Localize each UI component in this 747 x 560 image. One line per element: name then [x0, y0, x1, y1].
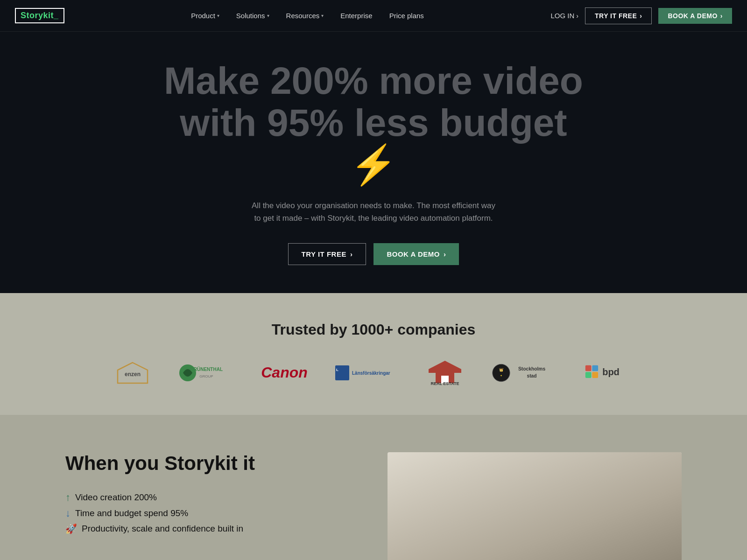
svg-text:bpd: bpd: [602, 367, 620, 377]
nav-links: Product ▾ Solutions ▾ Resources ▾ Enterp…: [191, 12, 424, 20]
storykit-right: [388, 452, 682, 560]
hero-headline-line2: with 95% less budget: [180, 101, 567, 144]
arrow-up-icon: ↑: [65, 491, 70, 504]
svg-text:GRÜNENTHAL: GRÜNENTHAL: [190, 366, 223, 372]
hero-book-demo-button[interactable]: BOOK A DEMO ›: [374, 243, 459, 265]
svg-point-13: [493, 364, 510, 382]
svg-text:👑: 👑: [499, 368, 504, 372]
nav-right: LOG IN › TRY IT FREE › BOOK A DEMO ›: [550, 7, 732, 24]
logo-grunenthal: GRÜNENTHAL GROUP: [174, 361, 234, 385]
book-demo-button[interactable]: BOOK A DEMO ›: [658, 8, 732, 24]
storykit-wrapper: When you Storykit it ↑ Video creation 20…: [0, 415, 747, 560]
arrow-down-icon: ↓: [65, 507, 70, 519]
chevron-down-icon: ▾: [267, 13, 269, 18]
svg-text:stad: stad: [527, 373, 536, 378]
logo-era: REAL ESTATE: [424, 359, 466, 387]
svg-marker-9: [429, 361, 461, 373]
svg-text:✦: ✦: [500, 374, 502, 377]
svg-rect-19: [592, 365, 598, 371]
stat-label-budget: Time and budget spend 95%: [75, 508, 188, 518]
image-inner: [388, 452, 682, 560]
nav-link-enterprise[interactable]: Enterprise: [340, 12, 372, 20]
nav-item-price-plans[interactable]: Price plans: [389, 12, 424, 20]
svg-text:Stockholms: Stockholms: [518, 366, 546, 371]
svg-text:Länsförsäkringar: Länsförsäkringar: [352, 371, 390, 376]
storykit-left: When you Storykit it ↑ Video creation 20…: [65, 452, 359, 534]
hero-headline-line1: Make 200% more video: [164, 59, 583, 102]
chevron-right-icon: ›: [444, 250, 446, 258]
logo-canon: Canon: [259, 364, 310, 382]
chevron-down-icon: ▾: [321, 13, 324, 18]
trusted-title: Trusted by 1000+ companies: [272, 321, 476, 338]
nav-item-product[interactable]: Product ▾: [191, 12, 219, 20]
nav-link-price-plans[interactable]: Price plans: [389, 12, 424, 20]
chevron-down-icon: ▾: [217, 13, 219, 18]
storykit-title: When you Storykit it: [65, 452, 359, 475]
rocket-icon: 🚀: [65, 523, 77, 534]
logos-row: enzen GRÜNENTHAL GROUP Canon: [19, 359, 728, 387]
chevron-right-icon: ›: [640, 12, 642, 20]
logo-bpd: bpd: [585, 363, 631, 383]
chevron-right-icon: ›: [350, 250, 353, 258]
chevron-right-icon: ›: [576, 12, 578, 20]
stat-item-budget: ↓ Time and budget spend 95%: [65, 507, 359, 519]
logo-stockholm: 👑 ✦ Stockholms stad: [490, 361, 560, 385]
svg-text:REAL ESTATE: REAL ESTATE: [430, 381, 459, 386]
nav-link-solutions[interactable]: Solutions ▾: [236, 12, 269, 20]
svg-rect-18: [585, 365, 592, 371]
hero-headline: Make 200% more video with 95% less budge…: [163, 60, 584, 186]
logo-lansforsakringar: L Länsförsäkringar: [334, 363, 400, 383]
stat-label-productivity: Productivity, scale and confidence built…: [82, 524, 243, 534]
stat-item-productivity: 🚀 Productivity, scale and confidence bui…: [65, 523, 359, 534]
hero-section: Make 200% more video with 95% less budge…: [0, 0, 747, 293]
logo[interactable]: Storykit_: [15, 8, 64, 23]
svg-text:GROUP: GROUP: [199, 374, 213, 378]
login-link[interactable]: LOG IN ›: [550, 12, 578, 20]
svg-text:enzen: enzen: [125, 371, 141, 378]
logo-text: Storykit_: [21, 11, 59, 21]
navbar: Storykit_ Product ▾ Solutions ▾ Resource…: [0, 0, 747, 32]
nav-link-product[interactable]: Product ▾: [191, 12, 219, 20]
svg-rect-21: [592, 372, 598, 378]
svg-text:Canon: Canon: [261, 364, 308, 381]
storykit-image: [388, 452, 682, 560]
logo-enzen: enzen: [116, 361, 149, 385]
nav-item-enterprise[interactable]: Enterprise: [340, 12, 372, 20]
lightning-icon: ⚡: [350, 143, 397, 186]
try-free-button[interactable]: TRY IT FREE ›: [585, 7, 652, 24]
svg-text:L: L: [336, 368, 338, 372]
nav-item-resources[interactable]: Resources ▾: [286, 12, 324, 20]
storykit-section: When you Storykit it ↑ Video creation 20…: [47, 415, 700, 560]
hero-try-free-button[interactable]: TRY IT FREE ›: [288, 243, 366, 265]
hero-subtext: All the video your organisation needs to…: [247, 199, 500, 224]
stat-item-video: ↑ Video creation 200%: [65, 491, 359, 504]
nav-link-resources[interactable]: Resources ▾: [286, 12, 324, 20]
stat-label-video: Video creation 200%: [75, 492, 157, 503]
svg-rect-20: [585, 372, 592, 378]
stats-list: ↑ Video creation 200% ↓ Time and budget …: [65, 491, 359, 534]
nav-item-solutions[interactable]: Solutions ▾: [236, 12, 269, 20]
trusted-section-wrapper: Trusted by 1000+ companies enzen GRÜNENT…: [0, 293, 747, 415]
chevron-right-icon: ›: [720, 12, 723, 20]
hero-actions: TRY IT FREE › BOOK A DEMO ›: [288, 243, 459, 265]
trusted-section: Trusted by 1000+ companies enzen GRÜNENT…: [0, 293, 747, 415]
